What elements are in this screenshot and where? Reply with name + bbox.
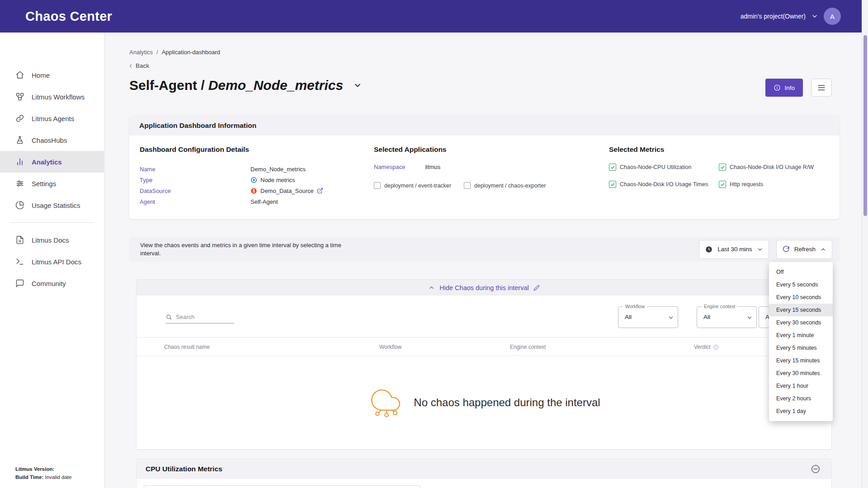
refresh-option[interactable]: Every 15 minutes xyxy=(769,354,833,367)
sidebar-item-litmus-api-docs[interactable]: Litmus API Docs xyxy=(0,251,104,272)
info-button-label: Info xyxy=(784,84,795,91)
node-metrics-icon xyxy=(250,177,257,183)
breadcrumb-current: Application-dashboard xyxy=(162,49,220,56)
sidebar-item-usage-statistics[interactable]: Usage Statistics xyxy=(0,194,104,216)
app-checkbox-chaos-exporter[interactable]: deployment / chaos-exporter xyxy=(464,182,546,189)
refresh-option[interactable]: Every 30 minutes xyxy=(769,367,833,380)
checkbox-unchecked-icon xyxy=(464,182,471,189)
sidebar-divider xyxy=(10,222,94,223)
build-time-label: Build Time: xyxy=(15,474,43,480)
refresh-option-selected[interactable]: Every 15 seconds xyxy=(769,304,833,316)
config-row-type: Type Node metrics xyxy=(140,174,368,185)
interval-bar: View the chaos events and metrics in a g… xyxy=(129,237,840,262)
applications-section-title: Selected Applications xyxy=(374,145,582,154)
refresh-option[interactable]: Every 1 hour xyxy=(769,380,833,392)
sidebar-item-litmus-workflows[interactable]: Litmus Workflows xyxy=(0,86,104,108)
document-icon xyxy=(15,235,24,244)
refresh-label: Refresh xyxy=(794,246,816,253)
title-chevron-down-icon[interactable] xyxy=(353,81,362,90)
sidebar-item-label: Litmus API Docs xyxy=(32,258,81,266)
refresh-select[interactable]: Refresh xyxy=(776,240,832,259)
sidebar-item-litmus-agents[interactable]: Litmus Agents xyxy=(0,108,104,129)
scrollbar-thumb[interactable] xyxy=(863,35,867,216)
main-content: Analytics / Application-dashboard Back S… xyxy=(104,33,868,488)
selected-applications-section: Selected Applications Namespace litmus d… xyxy=(374,145,582,189)
sidebar-item-chaoshubs[interactable]: ChaosHubs xyxy=(0,129,104,151)
metric-checkbox-cpu[interactable]: Chaos-Node-CPU Utilization xyxy=(609,164,719,171)
config-section-title: Dashboard Configuration Details xyxy=(140,145,368,154)
info-icon[interactable] xyxy=(713,344,719,350)
cloud-network-icon xyxy=(368,384,406,421)
dashboard-config-section: Dashboard Configuration Details Name Dem… xyxy=(140,145,368,207)
dashboard-info-card: Application Dashboard Information Dashbo… xyxy=(129,115,840,219)
refresh-option[interactable]: Off xyxy=(769,266,833,278)
checkbox-checked-icon xyxy=(609,181,616,188)
refresh-option[interactable]: Every 5 minutes xyxy=(769,342,833,354)
sidebar-item-analytics[interactable]: Analytics xyxy=(0,151,104,173)
info-button[interactable]: Info xyxy=(765,79,803,97)
metrics-section-title: Selected Metrics xyxy=(609,145,830,154)
chevron-down-icon[interactable] xyxy=(811,13,818,20)
engine-context-filter-select[interactable]: Engine context All xyxy=(697,306,757,328)
chevron-up-icon xyxy=(820,246,826,253)
chaos-table-header: Chaos result name Workflow Engine contex… xyxy=(137,337,831,356)
dashboard-menu-button[interactable] xyxy=(811,79,832,97)
sidebar-item-label: Settings xyxy=(32,180,56,188)
sidebar-item-litmus-docs[interactable]: Litmus Docs xyxy=(0,229,104,251)
workflow-filter-select[interactable]: Workflow All xyxy=(618,306,678,328)
sidebar-item-community[interactable]: Community xyxy=(0,272,104,294)
chaos-table-card: Hide Chaos during this interval Workflow… xyxy=(136,279,832,450)
sidebar-item-home[interactable]: Home xyxy=(0,64,104,86)
search-icon xyxy=(165,314,172,320)
page-scrollbar xyxy=(862,0,868,488)
sidebar-item-label: ChaosHubs xyxy=(32,136,67,144)
cpu-metrics-card: CPU Utilization Metrics xyxy=(136,459,832,488)
empty-state: No chaos happened during the interval xyxy=(137,356,831,449)
minus-circle-icon[interactable] xyxy=(811,464,821,474)
chevron-down-icon xyxy=(746,314,753,321)
build-time-value: Invalid date xyxy=(45,474,72,480)
info-icon xyxy=(774,84,781,91)
workflows-icon xyxy=(15,92,24,101)
refresh-option[interactable]: Every 1 day xyxy=(769,405,833,418)
sidebar-item-label: Litmus Workflows xyxy=(32,93,85,101)
hamburger-icon xyxy=(817,83,826,92)
sidebar-item-label: Litmus Docs xyxy=(32,236,69,244)
avatar[interactable]: A xyxy=(824,8,841,25)
back-button[interactable]: Back xyxy=(127,62,149,69)
hide-chaos-toggle[interactable]: Hide Chaos during this interval xyxy=(137,280,831,296)
chat-icon xyxy=(15,279,24,288)
engine-context-filter-label: Engine context xyxy=(702,304,737,309)
refresh-option[interactable]: Every 30 seconds xyxy=(769,316,833,329)
bar-chart-icon xyxy=(15,157,24,166)
app-checkbox-event-tracker[interactable]: deployment / event-tracker xyxy=(374,182,451,189)
search-field xyxy=(165,314,234,324)
app-title: Chaos Center xyxy=(25,9,112,24)
external-link-icon[interactable] xyxy=(317,188,323,194)
refresh-option[interactable]: Every 10 seconds xyxy=(769,291,833,304)
prometheus-icon xyxy=(250,188,257,194)
metric-checkbox-http-requests[interactable]: Http requests xyxy=(719,181,830,188)
project-selector[interactable]: admin's project(Owner) xyxy=(741,13,806,20)
sidebar-item-settings[interactable]: Settings xyxy=(0,173,104,194)
breadcrumb-separator: / xyxy=(156,49,158,56)
interval-description: View the chaos events and metrics in a g… xyxy=(140,241,346,257)
search-input[interactable] xyxy=(176,314,228,320)
time-range-select[interactable]: Last 30 mins xyxy=(699,240,769,259)
refresh-option[interactable]: Every 5 seconds xyxy=(769,278,833,291)
metric-checkbox-disk-times[interactable]: Chaos-Node-Disk I/O Usage Times xyxy=(609,181,719,188)
edit-icon[interactable] xyxy=(533,285,540,291)
namespace-value: litmus xyxy=(425,164,440,170)
refresh-icon xyxy=(782,245,790,253)
config-row-agent: Agent Self-Agent xyxy=(140,196,368,207)
workflow-filter-value: All xyxy=(625,314,632,320)
config-row-name: Name Demo_Node_metrics xyxy=(140,164,368,174)
workflow-filter-label: Workflow xyxy=(623,304,647,309)
selected-metrics-section: Selected Metrics Chaos-Node-CPU Utilizat… xyxy=(609,145,830,188)
breadcrumb-analytics[interactable]: Analytics xyxy=(129,49,153,56)
metric-checkbox-disk-rw[interactable]: Chaos-Node-Disk I/O Usage R/W xyxy=(719,164,830,171)
refresh-option[interactable]: Every 2 hours xyxy=(769,392,833,405)
column-chaos-result-name: Chaos result name xyxy=(164,344,210,350)
chevron-down-icon xyxy=(668,314,674,321)
refresh-option[interactable]: Every 1 minute xyxy=(769,329,833,342)
